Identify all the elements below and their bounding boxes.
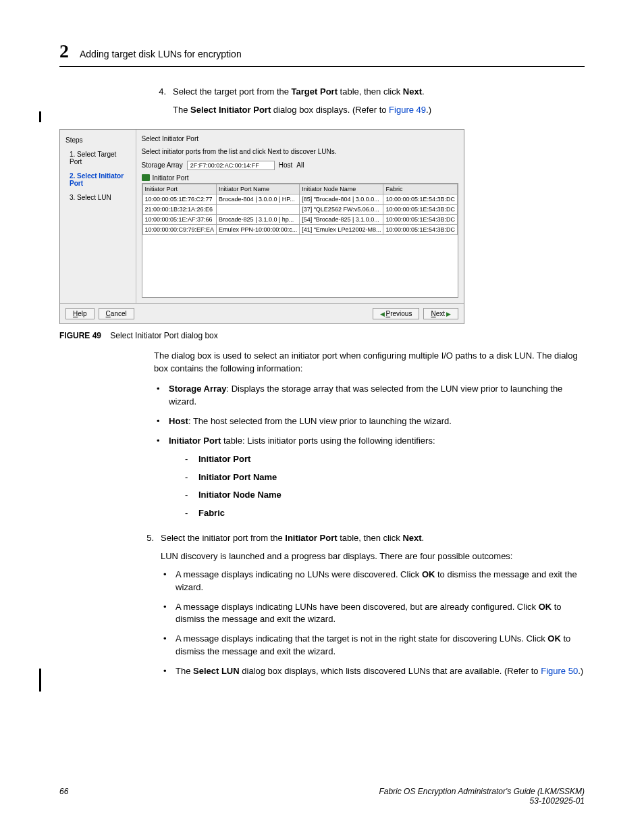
info-bullet-list: Storage Array: Displays the storage arra… [154,383,585,520]
dialog-main: Select Initiator Port Select initiator p… [136,130,464,303]
page-footer: 66 Fabric OS Encryption Administrator's … [59,787,585,806]
cell: 21:00:00:1B:32:1A:26:E6 [142,204,217,214]
list-item: Fabric [185,507,585,520]
chapter-number: 2 [59,41,69,62]
col-initiator-node-name[interactable]: Initiator Node Name [300,184,383,194]
intro-paragraph: The dialog box is used to select an init… [154,350,585,375]
wizard-step-2: 2. Select Initiator Port [70,172,130,187]
list-item: Host: The host selected from the LUN vie… [154,415,585,428]
text: Initiator Port Name [198,472,277,482]
cell: Brocade-825 | 3.1.0.0 | hp... [217,214,300,224]
list-item: A message displays indicating that the t… [161,633,585,658]
select-lun-bold: Select LUN [193,666,240,676]
text: A message displays indicating no LUNs we… [176,569,422,579]
text: The [176,666,193,676]
cell: 10:00:00:05:1E:AF:37:66 [142,214,217,224]
step-number: 5. [142,532,154,685]
text: dialog box displays, which lists discove… [240,666,541,676]
change-bar [39,111,41,122]
ok-bold: OK [539,602,552,612]
next-bold: Next [402,533,421,543]
cell [217,204,300,214]
select-initiator-port-dialog: Steps 1. Select Target Port 2. Select In… [59,129,464,324]
wizard-step-3: 3. Select LUN [70,194,130,201]
cell: 10:00:00:05:1E:54:3B:DC [383,224,458,234]
help-button[interactable]: HHelpelp [65,308,95,319]
col-initiator-port[interactable]: Initiator Port [142,184,217,194]
host-value: All [296,161,304,169]
dialog-title: Select Initiator Port [142,135,458,142]
cell: [85] "Brocade-804 | 3.0.0.0... [300,194,383,204]
table-row[interactable]: 10:00:00:05:1E:76:C2:77Brocade-804 | 3.0… [142,194,457,204]
initiator-port-label: Initiator Port [153,174,189,182]
cell: Brocade-804 | 3.0.0.0 | HP... [217,194,300,204]
text: : Displays the storage array that was se… [169,384,562,407]
table-row[interactable]: 10:00:00:00:C9:79:EF:EAEmulex PPN-10:00:… [142,224,457,234]
text: table: Lists initiator ports using the f… [221,436,435,446]
host-bold: Host [169,416,188,426]
next-button[interactable]: Next▶Next [423,308,458,319]
text: table, then click [338,86,403,97]
text: A message displays indicating that the t… [176,633,547,644]
step-5: 5. Select the initiator port from the In… [142,532,585,685]
step5-line2: LUN discovery is launched and a progress… [161,550,585,563]
step4-line1: Select the target port from the Target P… [173,86,585,99]
text: The [173,105,190,115]
main-content: 4. Select the target port from the Targe… [154,86,585,527]
figure-caption-text: Select Initiator Port dialog box [110,331,217,340]
storage-array-value: 2F:F7:00:02:AC:00:14:FF [187,161,275,170]
figure-49-caption: FIGURE 49 Select Initiator Port dialog b… [59,331,585,340]
list-item: A message displays indicating no LUNs we… [161,569,585,594]
initiator-port-icon [142,174,150,181]
cell: 10:00:00:00:C9:79:EF:EA [142,224,217,234]
cell: 10:00:00:05:1E:54:3B:DC [383,204,458,214]
figure-49-link[interactable]: Figure 49 [389,105,426,115]
step5-line1: Select the initiator port from the Initi… [161,532,585,545]
chevron-left-icon: ◀ [380,311,385,317]
text: : The host selected from the LUN view pr… [188,416,452,426]
initiator-port-bold: Initiator Port [169,436,221,446]
page-number: 66 [59,787,68,806]
ok-bold: OK [547,633,561,644]
list-item: A message displays indicating LUNs have … [161,601,585,627]
step-number: 4. [154,86,166,122]
cell: [41] "Emulex LPe12002-M8... [300,224,383,234]
text: . [422,533,425,543]
text: table, then click [338,533,403,543]
list-item: Initiator Port [185,453,585,466]
list-item: Initiator Node Name [185,489,585,502]
previous-button[interactable]: ◀PreviousPrevious [373,308,420,319]
wizard-step-1: 1. Select Target Port [70,151,130,165]
chevron-right-icon: ▶ [446,311,451,317]
cancel-button[interactable]: CancelCancel [99,308,134,319]
table-row[interactable]: 10:00:00:05:1E:AF:37:66Brocade-825 | 3.1… [142,214,457,224]
list-item: Initiator Port Name [185,471,585,484]
next-bold: Next [403,86,422,97]
host-label: Host [279,161,293,169]
cell: [37] "QLE2562 FW:v5.06.0... [300,204,383,214]
text: A message displays indicating LUNs have … [176,602,539,612]
initiator-port-table-wrap: Initiator Port Initiator Port Name Initi… [142,183,458,298]
text: Fabric [198,508,225,518]
page-header: 2 Adding target disk LUNs for encryption [59,41,585,62]
text: dialog box displays. (Refer to [271,105,389,115]
initiator-port-table[interactable]: Initiator Port Initiator Port Name Initi… [142,184,458,235]
cell: [54] "Brocade-825 | 3.1.0.0... [300,214,383,224]
col-fabric[interactable]: Fabric [383,184,458,194]
storage-array-bold: Storage Array [169,384,227,394]
figure-50-link[interactable]: Figure 50 [541,666,578,676]
cell: 10:00:00:05:1E:54:3B:DC [383,214,458,224]
text: Select the initiator port from the [161,533,285,543]
identifier-list: Initiator Port Initiator Port Name Initi… [185,453,585,520]
table-row[interactable]: 21:00:00:1B:32:1A:26:E6[37] "QLE2562 FW:… [142,204,457,214]
cell: 10:00:00:05:1E:54:3B:DC [383,194,458,204]
cell: Emulex PPN-10:00:00:00:c... [217,224,300,234]
wizard-steps-panel: Steps 1. Select Target Port 2. Select In… [60,130,136,303]
target-port-bold: Target Port [292,86,338,97]
initiator-port-bold: Initiator Port [285,533,337,543]
list-item: Initiator Port table: Lists initiator po… [154,435,585,520]
header-title: Adding target disk LUNs for encryption [80,49,242,62]
text: .) [578,666,583,676]
list-item: The Select LUN dialog box displays, whic… [161,665,585,678]
col-initiator-port-name[interactable]: Initiator Port Name [217,184,300,194]
